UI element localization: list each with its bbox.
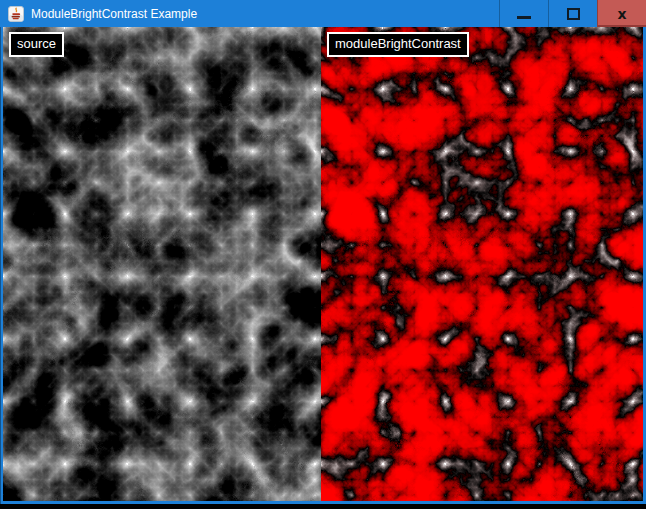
app-window: ModuleBrightContrast Example x source mo	[0, 0, 646, 504]
java-coffee-cup-icon	[8, 6, 24, 22]
processed-image	[321, 27, 643, 501]
close-icon: x	[617, 7, 626, 21]
screenshot-root: { "window": { "title": "ModuleBrightCont…	[0, 0, 646, 509]
processed-image-label: moduleBrightContrast	[327, 32, 469, 57]
source-image-label: source	[9, 32, 64, 57]
maximize-button[interactable]	[548, 0, 597, 27]
minimize-button[interactable]	[499, 0, 548, 27]
window-title: ModuleBrightContrast Example	[31, 7, 499, 21]
close-button[interactable]: x	[597, 0, 646, 27]
titlebar[interactable]: ModuleBrightContrast Example x	[0, 0, 646, 27]
image-display-area: source moduleBrightContrast	[3, 27, 643, 501]
window-controls: x	[499, 0, 646, 27]
source-image-panel: source	[3, 27, 321, 501]
source-image	[3, 27, 321, 501]
minimize-icon	[517, 16, 531, 19]
maximize-icon	[567, 8, 580, 20]
processed-image-panel: moduleBrightContrast	[321, 27, 643, 501]
